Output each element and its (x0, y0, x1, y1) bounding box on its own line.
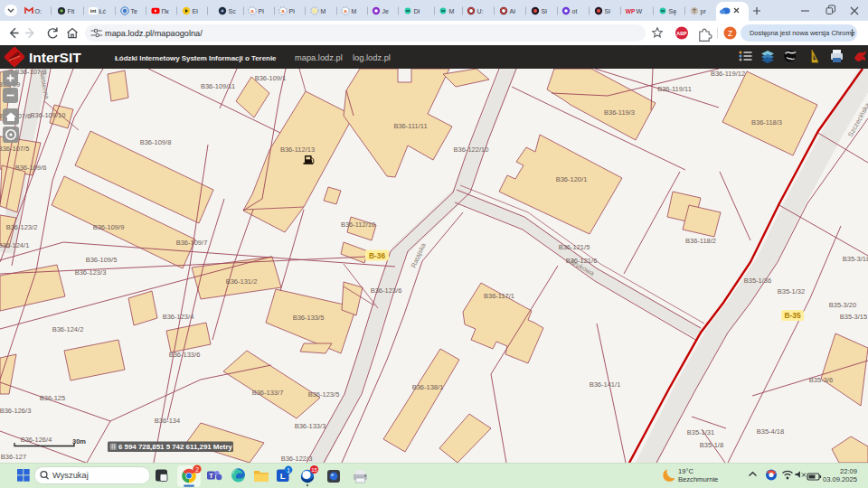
svg-text:30m: 30m (72, 437, 86, 446)
svg-text:15: 15 (311, 467, 317, 473)
svg-text:pr: pr (701, 8, 707, 15)
svg-text:B36-126/4: B36-126/4 (21, 436, 52, 444)
svg-text:B35-1/31: B35-1/31 (687, 428, 714, 436)
svg-text:B36-141/1: B36-141/1 (590, 380, 621, 389)
svg-text:B36-109/11: B36-109/11 (201, 82, 235, 90)
svg-text:B36-123/4: B36-123/4 (163, 313, 194, 321)
svg-text:B36-133/7: B36-133/7 (252, 389, 284, 397)
svg-text:B36-133/6: B36-133/6 (169, 351, 201, 359)
svg-text:B36-112/13: B36-112/13 (280, 145, 315, 154)
svg-text:B36-119/12: B36-119/12 (711, 70, 745, 78)
svg-text:ot: ot (572, 8, 578, 14)
svg-text:19°C: 19°C (678, 467, 693, 475)
svg-text:B36-133/5: B36-133/5 (293, 314, 325, 322)
svg-text:B36-109/1: B36-109/1 (255, 74, 287, 82)
svg-text:22:09: 22:09 (840, 467, 857, 475)
svg-text:B36-109/5: B36-109/5 (86, 256, 118, 264)
svg-text:Пк: Пк (162, 8, 170, 14)
svg-text:Sc: Sc (229, 8, 237, 14)
svg-text:B36-118/3: B36-118/3 (751, 118, 782, 127)
svg-text:B36-126/3: B36-126/3 (0, 407, 31, 415)
svg-text:B36-119/11: B36-119/11 (657, 85, 692, 93)
svg-text:U:: U: (477, 8, 484, 14)
svg-text:B36-111/11: B36-111/11 (393, 122, 427, 130)
svg-text:int: int (90, 8, 97, 14)
svg-text:Sł: Sł (605, 8, 611, 14)
svg-text:M: M (352, 8, 357, 14)
svg-text:Łódzki Internetowy System Info: Łódzki Internetowy System Informacji o T… (115, 54, 277, 62)
svg-text:Je: Je (382, 8, 390, 14)
svg-text:B36-121/5: B36-121/5 (559, 243, 590, 251)
svg-text:1: 1 (287, 467, 290, 474)
svg-text:Bezchmurnie: Bezchmurnie (678, 475, 718, 483)
svg-text:B36-123/6: B36-123/6 (371, 286, 402, 295)
svg-text:B35-3/15: B35-3/15 (840, 313, 867, 321)
svg-text:B-35: B-35 (784, 311, 800, 320)
svg-text:B35-1/8: B35-1/8 (700, 441, 723, 449)
svg-text:B36-109/7: B36-109/7 (176, 239, 208, 247)
svg-text:B36-112/10: B36-112/10 (341, 221, 375, 229)
svg-text:B35-4/18: B35-4/18 (757, 427, 784, 436)
svg-text:B36-117/1: B36-117/1 (484, 292, 514, 300)
svg-text:B36-124/1: B36-124/1 (0, 241, 29, 249)
svg-text:Pł: Pł (289, 8, 296, 14)
svg-text:B36-133/3: B36-133/3 (295, 422, 326, 430)
svg-text:03.09.2025: 03.09.2025 (823, 475, 857, 483)
svg-text:Eł: Eł (193, 8, 199, 14)
svg-text:B36-123/5: B36-123/5 (308, 390, 340, 399)
svg-text:Fit: Fit (68, 8, 75, 14)
svg-text:WP: WP (626, 8, 636, 14)
svg-text:B36-107/5: B36-107/5 (0, 145, 29, 153)
svg-text:B-36: B-36 (369, 251, 385, 260)
svg-text:B36-122/3: B36-122/3 (281, 455, 313, 463)
svg-text:B36-127: B36-127 (1, 453, 26, 461)
svg-text:B35-3/20: B35-3/20 (829, 301, 856, 309)
svg-text:2: 2 (195, 466, 199, 473)
svg-text:B36-109/8: B36-109/8 (140, 138, 172, 146)
svg-text:W: W (637, 8, 643, 14)
svg-text:L: L (280, 471, 286, 481)
svg-text:Pł: Pł (259, 8, 265, 14)
svg-text:Dł: Dł (414, 8, 420, 14)
svg-text:Sł: Sł (542, 8, 548, 14)
svg-text:O:: O: (35, 8, 42, 14)
svg-text:B35-3/18: B35-3/18 (843, 255, 868, 263)
svg-text:M: M (321, 8, 326, 14)
svg-text:B35-1/36: B35-1/36 (744, 277, 771, 285)
svg-text:6 594 728,851 5 742 611,291 Me: 6 594 728,851 5 742 611,291 Metry (118, 443, 233, 451)
svg-text:ABP: ABP (676, 31, 687, 36)
svg-text:Łć: Łć (99, 8, 107, 14)
svg-text:B36-131/2: B36-131/2 (226, 277, 258, 286)
svg-text:B36-122/10: B36-122/10 (454, 145, 489, 154)
svg-text:Z: Z (728, 29, 732, 38)
svg-text:Ał: Ał (510, 8, 516, 14)
svg-text:Te: Te (131, 8, 138, 14)
svg-text:B35-1/32: B35-1/32 (778, 287, 805, 296)
svg-text:log.lodz.pl: log.lodz.pl (353, 53, 391, 62)
svg-text:Sę: Sę (669, 8, 677, 15)
svg-text:mapa.lodz.pl/mapaogolna/: mapa.lodz.pl/mapaogolna/ (105, 29, 203, 38)
svg-text:B36-109/9: B36-109/9 (93, 223, 125, 231)
svg-text:B36-109/6: B36-109/6 (15, 164, 47, 172)
svg-text:B36-120/1: B36-120/1 (556, 175, 588, 183)
svg-text:M: M (449, 8, 455, 14)
svg-text:B36-109/10: B36-109/10 (31, 111, 66, 119)
svg-text:mapa.lodz.pl: mapa.lodz.pl (295, 53, 343, 62)
svg-text:Wyszukaj: Wyszukaj (52, 471, 89, 480)
svg-text:B36-123/2: B36-123/2 (6, 223, 38, 231)
svg-text:B36-123/3: B36-123/3 (75, 268, 107, 277)
svg-text:B36-119/3: B36-119/3 (604, 108, 635, 117)
svg-text:B35-3/6: B35-3/6 (809, 376, 833, 384)
svg-text:B36-124/2: B36-124/2 (52, 325, 84, 333)
svg-text:B36-138/1: B36-138/1 (412, 383, 444, 391)
svg-text:B36-118/2: B36-118/2 (685, 237, 716, 245)
svg-text:T: T (209, 472, 213, 480)
svg-text:Dostępna jest nowa wersja Chro: Dostępna jest nowa wersja Chrome (750, 29, 855, 37)
svg-text:B36-125: B36-125 (40, 394, 65, 402)
svg-text:B36-134: B36-134 (155, 417, 180, 425)
svg-text:InterSIT: InterSIT (29, 50, 81, 65)
